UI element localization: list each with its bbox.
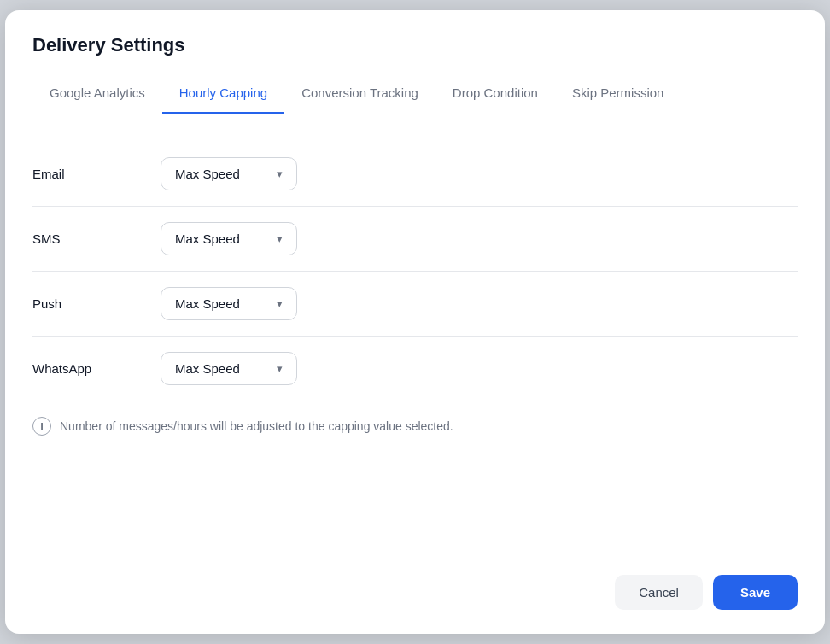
tab-hourly-capping[interactable]: Hourly Capping [162,77,284,114]
sms-row: SMS Max Speed ▾ [32,207,798,272]
modal-footer: Cancel Save [5,558,825,634]
whatsapp-label: WhatsApp [32,361,126,376]
push-label: Push [32,296,126,311]
modal-body: Email Max Speed ▾ SMS Max Speed ▾ Push M… [5,114,825,558]
info-icon: i [32,417,51,436]
info-row: i Number of messages/hours will be adjus… [32,417,798,442]
cancel-button[interactable]: Cancel [615,575,703,610]
modal-header: Delivery Settings Google Analytics Hourl… [5,10,825,114]
delivery-settings-modal: Delivery Settings Google Analytics Hourl… [5,10,825,634]
tab-google-analytics[interactable]: Google Analytics [32,77,162,114]
email-speed-value: Max Speed [175,167,240,181]
sms-speed-value: Max Speed [175,231,240,246]
whatsapp-speed-value: Max Speed [175,361,240,376]
sms-speed-select[interactable]: Max Speed ▾ [161,222,297,255]
sms-label: SMS [32,231,126,246]
email-speed-select[interactable]: Max Speed ▾ [161,157,297,190]
save-button[interactable]: Save [713,575,798,610]
info-text: Number of messages/hours will be adjuste… [60,419,453,433]
push-row: Push Max Speed ▾ [32,272,798,337]
tab-drop-condition[interactable]: Drop Condition [435,77,555,114]
email-chevron-icon: ▾ [277,167,283,180]
sms-chevron-icon: ▾ [277,232,283,245]
push-speed-value: Max Speed [175,296,240,311]
whatsapp-chevron-icon: ▾ [277,362,283,375]
push-speed-select[interactable]: Max Speed ▾ [161,287,297,320]
tab-conversion-tracking[interactable]: Conversion Tracking [284,77,435,114]
whatsapp-row: WhatsApp Max Speed ▾ [32,337,798,401]
email-label: Email [32,167,126,181]
tab-skip-permission[interactable]: Skip Permission [555,77,681,114]
email-row: Email Max Speed ▾ [32,142,798,207]
whatsapp-speed-select[interactable]: Max Speed ▾ [161,352,297,385]
push-chevron-icon: ▾ [277,297,283,310]
modal-title: Delivery Settings [32,34,798,56]
tabs-container: Google Analytics Hourly Capping Conversi… [32,77,798,114]
